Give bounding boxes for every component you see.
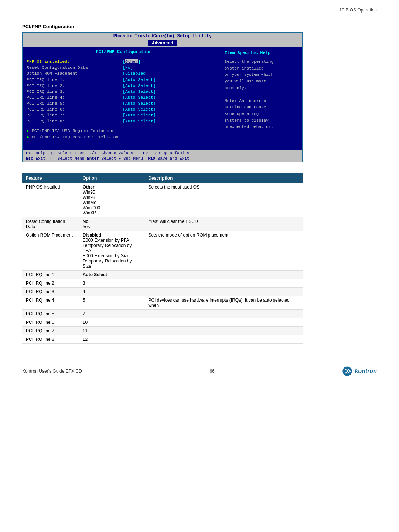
bios-screenshot: Phoenix TrustedCore(tm) Setup Utility Ad… (22, 32, 303, 162)
bios-item-irq6: PCI IRQ line 6: [Auto Select] (27, 107, 221, 112)
table-cell-feature: PCI IRQ line 7 (22, 327, 79, 335)
table-cell-option: 3 (79, 279, 145, 288)
table-option-item: Disabled (83, 233, 141, 238)
bios-body: PCI/PNP Configuration PNP OS installed: … (23, 47, 302, 150)
bios-footer-row2: Esc Exit ↔ Select Menu Enter Select ▶ Su… (26, 156, 189, 161)
table-option-item: WinMe (83, 200, 141, 205)
col-header-option: Option (79, 173, 145, 183)
table-cell-description (144, 318, 303, 327)
table-cell-description: PCI devices can use hardware interrupts … (144, 296, 303, 310)
bios-item-irq4: PCI IRQ line 4: [Auto Select] (27, 95, 221, 100)
bios-item-irq8: PCI IRQ line 8: [Auto Select] (27, 119, 221, 123)
table-row: PCI IRQ line 57 (22, 310, 303, 318)
bios-title-bar: Phoenix TrustedCore(tm) Setup Utility (23, 33, 302, 40)
bios-footer-left: F1 Help ↑↓ Select Item -/+ Change Values… (26, 151, 189, 161)
table-cell-feature: PNP OS installed (22, 183, 79, 217)
table-cell-description (144, 279, 303, 288)
bios-submenu-section: ▶ PCI/PNP ISA UMB Region Exclusion ▶ PCI… (27, 128, 221, 139)
bios-irq-section: PCI IRQ line 1: [Auto Select] PCI IRQ li… (27, 77, 221, 123)
table-option-item: 11 (83, 328, 141, 333)
bios-label-irq4: PCI IRQ line 4: (27, 95, 123, 100)
bios-item-option-rom: Option ROM Placement [Disabled] (27, 71, 221, 76)
bios-label-irq1: PCI IRQ line 1: (27, 77, 123, 82)
table-cell-option: 10 (79, 318, 145, 327)
kontron-logo-icon (342, 366, 352, 376)
table-cell-feature: Reset Configuration Data (22, 217, 79, 231)
table-cell-feature: PCI IRQ line 1 (22, 271, 79, 279)
table-option-item: Win98 (83, 195, 141, 200)
table-cell-description: Selects the most used OS (144, 183, 303, 217)
bios-item-irq1: PCI IRQ line 1: [Auto Select] (27, 77, 221, 82)
bios-label-option-rom: Option ROM Placement (27, 71, 123, 76)
table-row: PCI IRQ line 23 (22, 279, 303, 288)
table-row: PCI IRQ line 45PCI devices can use hardw… (22, 296, 303, 310)
table-option-item: 7 (83, 311, 141, 316)
table-cell-option: OtherWin95Win98WinMeWin2000WinXP (79, 183, 145, 217)
bios-label-irq5: PCI IRQ line 5: (27, 101, 123, 106)
bios-value-irq7: [Auto Select] (123, 113, 156, 118)
bios-tab-bar: Advanced (23, 40, 302, 47)
bios-item-irq3: PCI IRQ line 3: [Auto Select] (27, 89, 221, 94)
bios-help-text: Select the operating system installed on… (225, 59, 299, 131)
bios-value-irq8: [Auto Select] (123, 119, 156, 123)
bios-value-irq4: [Auto Select] (123, 95, 156, 100)
bios-footer-row1: F1 Help ↑↓ Select Item -/+ Change Values… (26, 151, 189, 155)
bios-tab-advanced[interactable]: Advanced (148, 40, 177, 46)
table-cell-description: "Yes" will clear the ESCD (144, 217, 303, 231)
col-header-feature: Feature (22, 173, 79, 183)
table-cell-description (144, 327, 303, 335)
bios-footer-esc: Esc Exit ↔ Select Menu Enter Select ▶ Su… (26, 156, 189, 161)
table-cell-option: 11 (79, 327, 145, 335)
page-number: 66 (209, 369, 214, 374)
table-cell-option: 7 (79, 310, 145, 318)
table-option-item: E000 Extension by PFA (83, 238, 141, 243)
table-cell-description (144, 335, 303, 344)
bios-item-irq7: PCI IRQ line 7: [Auto Select] (27, 113, 221, 118)
table-row: Option ROM PlacementDisabledE000 Extensi… (22, 231, 303, 271)
table-cell-feature: PCI IRQ line 8 (22, 335, 79, 344)
table-option-item: Win2000 (83, 205, 141, 210)
table-cell-description: Sets the mode of option ROM placement (144, 231, 303, 271)
bios-submenu-irq[interactable]: ▶ PCI/PNP ISA IRQ Resource Exclusion (27, 134, 221, 139)
guide-text: Kontron User's Guide ETX CD (22, 369, 82, 374)
table-option-item: Temporary Relocation by PFA (83, 243, 141, 253)
bios-value-reset-config: [No] (123, 65, 133, 70)
bios-label-irq3: PCI IRQ line 3: (27, 89, 123, 94)
bios-value-irq2: [Auto Select] (123, 83, 156, 88)
table-option-item: WinXP (83, 210, 141, 216)
bios-main-title: PCI/PNP Configuration (27, 50, 221, 55)
table-cell-feature: PCI IRQ line 5 (22, 310, 79, 318)
bios-value-irq3: [Auto Select] (123, 89, 156, 94)
bios-label-irq8: PCI IRQ line 8: (27, 119, 123, 123)
bios-help-title: Item Specific Help (225, 50, 299, 56)
bios-item-pnp-os: PNP OS installed: [Other] (27, 59, 221, 64)
bios-footer-f1: F1 Help ↑↓ Select Item -/+ Change Values… (26, 151, 189, 155)
bios-value-irq6: [Auto Select] (123, 107, 156, 112)
table-option-item: Other (83, 184, 141, 190)
table-row: PCI IRQ line 34 (22, 288, 303, 296)
bios-value-option-rom: [Disabled] (123, 71, 148, 76)
table-row: PCI IRQ line 711 (22, 327, 303, 335)
table-cell-option: 5 (79, 296, 145, 310)
table-row: PCI IRQ line 610 (22, 318, 303, 327)
bios-submenu-umb[interactable]: ▶ PCI/PNP ISA UMB Region Exclusion (27, 128, 221, 133)
table-cell-feature: PCI IRQ line 3 (22, 288, 79, 296)
table-option-item: 4 (83, 289, 141, 294)
table-cell-feature: PCI IRQ line 4 (22, 296, 79, 310)
table-option-item: Win95 (83, 190, 141, 195)
col-header-description: Description (144, 173, 303, 183)
bios-label-irq2: PCI IRQ line 2: (27, 83, 123, 88)
bios-item-irq5: PCI IRQ line 5: [Auto Select] (27, 101, 221, 106)
bios-value-pnp-os: [Other] (123, 59, 140, 64)
table-option-item: 3 (83, 281, 141, 286)
table-option-item: 12 (83, 337, 141, 342)
page-header-text: 10 BIOS Operation (340, 7, 377, 13)
bios-value-irq1: [Auto Select] (123, 77, 156, 82)
table-cell-description (144, 288, 303, 296)
page-footer: Kontron User's Guide ETX CD 66 kontron (22, 366, 377, 376)
table-cell-description (144, 271, 303, 279)
table-cell-feature: PCI IRQ line 2 (22, 279, 79, 288)
table-cell-feature: PCI IRQ line 6 (22, 318, 79, 327)
table-cell-option: 4 (79, 288, 145, 296)
bios-value-irq5: [Auto Select] (123, 101, 156, 106)
